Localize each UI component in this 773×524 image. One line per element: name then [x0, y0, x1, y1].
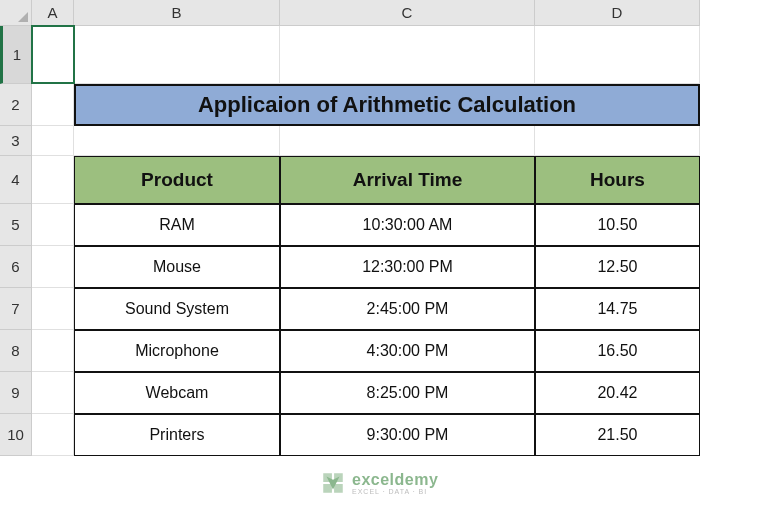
- cell-C1[interactable]: [280, 26, 535, 84]
- table-row[interactable]: 4:30:00 PM: [280, 330, 535, 372]
- spreadsheet-grid[interactable]: A B C D 1 2 Applicaion of Arithmetic Cal…: [0, 0, 773, 456]
- cell-D3[interactable]: [535, 126, 700, 156]
- cell-A8[interactable]: [32, 330, 74, 372]
- row-header-7[interactable]: 7: [0, 288, 32, 330]
- cell-D1[interactable]: [535, 26, 700, 84]
- table-row[interactable]: 2:45:00 PM: [280, 288, 535, 330]
- table-header-product[interactable]: Product: [74, 156, 280, 204]
- cell-A10[interactable]: [32, 414, 74, 456]
- table-row[interactable]: Printers: [74, 414, 280, 456]
- cell-A3[interactable]: [32, 126, 74, 156]
- table-row[interactable]: 16.50: [535, 330, 700, 372]
- row-header-1[interactable]: 1: [0, 26, 32, 84]
- col-header-B[interactable]: B: [74, 0, 280, 26]
- table-row[interactable]: Sound System: [74, 288, 280, 330]
- table-row[interactable]: 9:30:00 PM: [280, 414, 535, 456]
- cell-A7[interactable]: [32, 288, 74, 330]
- col-header-A[interactable]: A: [32, 0, 74, 26]
- cell-A5[interactable]: [32, 204, 74, 246]
- col-header-C[interactable]: C: [280, 0, 535, 26]
- table-row[interactable]: Mouse: [74, 246, 280, 288]
- table-row[interactable]: 21.50: [535, 414, 700, 456]
- watermark-tagline: EXCEL · DATA · BI: [352, 488, 438, 495]
- table-row[interactable]: 14.75: [535, 288, 700, 330]
- row-header-10[interactable]: 10: [0, 414, 32, 456]
- watermark-logo-icon: [320, 470, 346, 496]
- row-header-5[interactable]: 5: [0, 204, 32, 246]
- table-row[interactable]: 10:30:00 AM: [280, 204, 535, 246]
- table-row[interactable]: 12:30:00 PM: [280, 246, 535, 288]
- table-header-hours[interactable]: Hours: [535, 156, 700, 204]
- watermark-name: exceldemy: [352, 472, 438, 488]
- table-row[interactable]: Webcam: [74, 372, 280, 414]
- cell-A6[interactable]: [32, 246, 74, 288]
- cell-A2[interactable]: [32, 84, 74, 126]
- table-row[interactable]: 10.50: [535, 204, 700, 246]
- table-row[interactable]: RAM: [74, 204, 280, 246]
- row-header-4[interactable]: 4: [0, 156, 32, 204]
- select-all-corner[interactable]: [0, 0, 32, 26]
- table-header-arrival[interactable]: Arrival Time: [280, 156, 535, 204]
- table-row[interactable]: 8:25:00 PM: [280, 372, 535, 414]
- table-row[interactable]: Microphone: [74, 330, 280, 372]
- row-header-9[interactable]: 9: [0, 372, 32, 414]
- col-header-D[interactable]: D: [535, 0, 700, 26]
- table-row[interactable]: 20.42: [535, 372, 700, 414]
- title-banner: Applicaion of Arithmetic Calculation: [74, 84, 700, 126]
- cell-A9[interactable]: [32, 372, 74, 414]
- cell-B1[interactable]: [74, 26, 280, 84]
- cell-A1[interactable]: [32, 26, 74, 84]
- cell-A4[interactable]: [32, 156, 74, 204]
- row-header-8[interactable]: 8: [0, 330, 32, 372]
- row-header-3[interactable]: 3: [0, 126, 32, 156]
- cell-B3[interactable]: [74, 126, 280, 156]
- cell-C3[interactable]: [280, 126, 535, 156]
- watermark: exceldemy EXCEL · DATA · BI: [320, 470, 438, 496]
- row-header-2[interactable]: 2: [0, 84, 32, 126]
- table-row[interactable]: 12.50: [535, 246, 700, 288]
- row-header-6[interactable]: 6: [0, 246, 32, 288]
